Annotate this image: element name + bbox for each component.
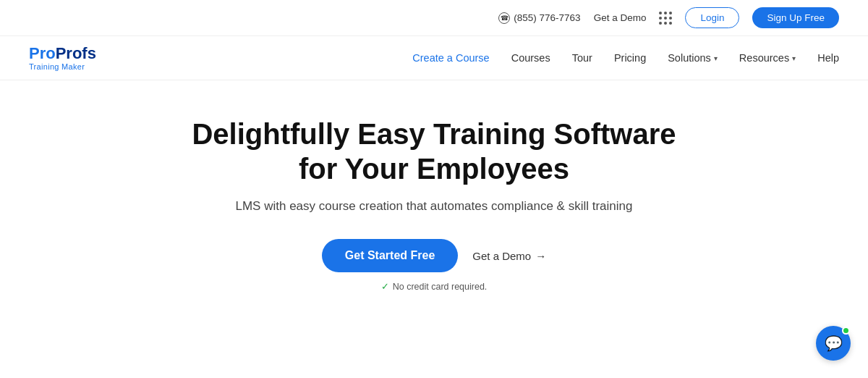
phone-icon: ☎ (498, 12, 510, 24)
hero-title: Delightfully Easy Training Software for … (192, 117, 676, 186)
apps-grid-icon[interactable] (659, 12, 672, 25)
signup-button[interactable]: Sign Up Free (752, 7, 839, 28)
dot (659, 22, 662, 25)
nav-resources-label: Resources (739, 52, 789, 64)
chat-online-indicator (842, 327, 850, 335)
top-bar: ☎ (855) 776-7763 Get a Demo Login Sign U… (0, 0, 868, 36)
dot (664, 12, 667, 14)
dot (669, 22, 672, 25)
logo[interactable]: ProProfs Training Maker (29, 45, 96, 71)
phone-number: ☎ (855) 776-7763 (498, 12, 580, 24)
hero-subtitle: LMS with easy course creation that autom… (236, 199, 633, 214)
nav-courses[interactable]: Courses (511, 52, 550, 64)
logo-pro: Pro (29, 44, 56, 62)
login-button[interactable]: Login (685, 7, 739, 28)
hero-section: Delightfully Easy Training Software for … (0, 80, 868, 314)
main-nav: ProProfs Training Maker Create a Course … (0, 36, 868, 80)
hero-actions: Get Started Free Get a Demo → (322, 239, 546, 272)
hero-title-line1: Delightfully Easy Training Software (192, 118, 676, 150)
check-icon: ✓ (381, 281, 389, 292)
get-demo-link-top[interactable]: Get a Demo (594, 12, 647, 23)
no-credit-card-note: ✓ No credit card required. (381, 281, 488, 292)
nav-create-course[interactable]: Create a Course (412, 52, 489, 64)
chat-widget[interactable]: 💬 (816, 326, 851, 361)
nav-tour[interactable]: Tour (572, 52, 592, 64)
dot (669, 17, 672, 20)
hero-title-line2: for Your Employees (299, 153, 569, 185)
get-demo-link-hero[interactable]: Get a Demo → (472, 250, 546, 262)
get-demo-label: Get a Demo (472, 250, 531, 262)
chevron-down-icon: ▾ (792, 54, 796, 62)
dot (664, 22, 667, 25)
logo-profs: Profs (56, 44, 96, 62)
nav-pricing[interactable]: Pricing (614, 52, 646, 64)
nav-resources[interactable]: Resources ▾ (739, 52, 796, 64)
chevron-down-icon: ▾ (714, 54, 718, 62)
chat-icon: 💬 (825, 335, 843, 352)
dot (669, 12, 672, 14)
nav-links: Create a Course Courses Tour Pricing Sol… (412, 52, 839, 64)
dot (659, 17, 662, 20)
arrow-icon: → (535, 250, 546, 262)
nav-solutions-label: Solutions (668, 52, 711, 64)
nav-help[interactable]: Help (817, 52, 839, 64)
phone-text: (855) 776-7763 (514, 12, 580, 23)
dot (664, 17, 667, 20)
nav-solutions[interactable]: Solutions ▾ (668, 52, 718, 64)
no-credit-text: No credit card required. (393, 282, 488, 292)
logo-tagline: Training Maker (29, 62, 96, 71)
get-started-button[interactable]: Get Started Free (322, 239, 458, 272)
dot (659, 12, 662, 14)
